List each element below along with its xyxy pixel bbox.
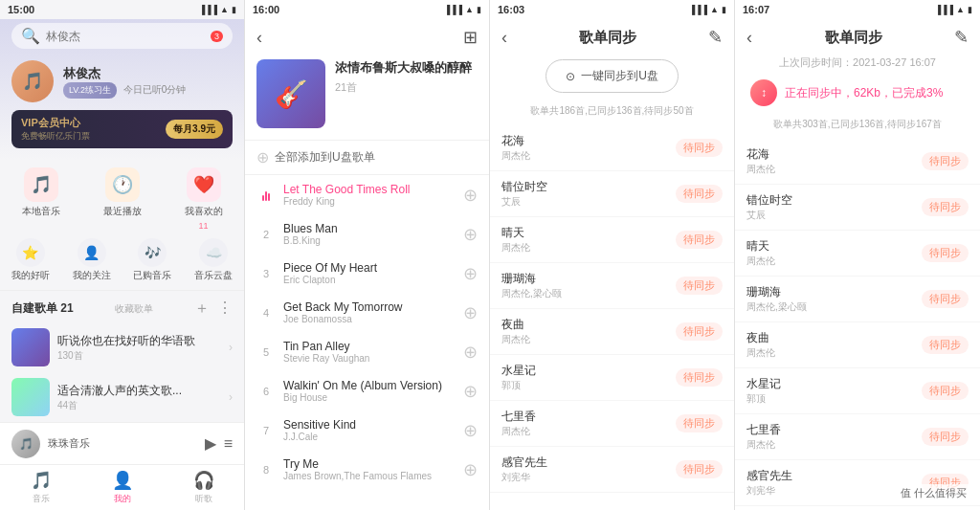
nav-listen[interactable]: 🎧 听歌 bbox=[193, 466, 214, 509]
list-item[interactable]: Let The Good Times Roll Freddy King ⊕ bbox=[245, 175, 489, 214]
sync-active-stats: 歌单共303首,已同步136首,待同步167首 bbox=[735, 114, 980, 139]
recent-play-item[interactable]: 🕐 最近播放 bbox=[103, 167, 142, 231]
sync-usb-button[interactable]: ⊙ 一键同步到U盘 bbox=[546, 59, 679, 93]
list-item[interactable]: 夜曲 周杰伦 待同步 bbox=[735, 322, 980, 368]
vip-banner[interactable]: VIP会员中心 免费畅听亿乐门票 每月3.9元 bbox=[11, 110, 233, 148]
song-info: Blues Man B.B.King bbox=[283, 222, 456, 246]
nav-music[interactable]: 🎵 音乐 bbox=[31, 466, 52, 509]
more-options-button[interactable]: ⊞ bbox=[463, 27, 478, 48]
search-input[interactable] bbox=[46, 30, 205, 43]
list-item[interactable]: 6 Walkin' On Me (Album Version) Big Hous… bbox=[245, 371, 489, 410]
play-button[interactable]: ▶ bbox=[205, 434, 216, 453]
sync-active-icon: ↕ bbox=[750, 79, 777, 106]
sync-edit-button[interactable]: ✎ bbox=[708, 27, 723, 48]
list-item[interactable]: 晴天 周杰伦 待同步 bbox=[735, 231, 980, 277]
sync-edit-button[interactable]: ✎ bbox=[954, 27, 969, 48]
sync-action-button[interactable]: 待同步 bbox=[676, 185, 723, 203]
add-song-button[interactable]: ⊕ bbox=[463, 224, 478, 245]
sync-action-button[interactable]: 待同步 bbox=[676, 368, 723, 387]
list-item[interactable]: 3 Piece Of My Heart Eric Clapton ⊕ bbox=[245, 254, 489, 293]
song-artist: James Brown,The Famous Flames bbox=[283, 471, 456, 481]
favorites-item[interactable]: ❤️ 我喜欢的 11 bbox=[185, 167, 223, 231]
sync-item-info: 花海 周杰伦 bbox=[501, 133, 676, 163]
list-item[interactable]: 错位时空 艾辰 待同步 bbox=[735, 185, 980, 231]
sync-action-button[interactable]: 待同步 bbox=[922, 428, 969, 446]
list-item[interactable]: 错位时空 艾辰 待同步 bbox=[490, 171, 734, 217]
cloud-item[interactable]: ☁️ 音乐云盘 bbox=[194, 238, 233, 282]
add-song-button[interactable]: ⊕ bbox=[463, 342, 478, 363]
list-item[interactable]: 8 Try Me James Brown,The Famous Flames ⊕ bbox=[245, 450, 489, 489]
sync-action-button[interactable]: 待同步 bbox=[922, 474, 969, 492]
song-artist: Freddy King bbox=[283, 196, 456, 207]
list-item[interactable]: 2 Blues Man B.B.King ⊕ bbox=[245, 214, 489, 254]
search-bar[interactable]: 🔍 3 bbox=[11, 23, 233, 49]
sync-action-button[interactable]: 待同步 bbox=[922, 336, 969, 354]
p1-header: 🔍 3 🎵 林俊杰 LV.2练习生 今日已听0分钟 VIP会员中心 免费畅听亿乐… bbox=[0, 19, 244, 160]
add-song-button[interactable]: ⊕ bbox=[463, 420, 478, 441]
add-song-button[interactable]: ⊕ bbox=[463, 185, 478, 206]
list-item[interactable]: 花海 周杰伦 待同步 bbox=[490, 125, 734, 171]
list-item[interactable]: 7 Sensitive Kind J.J.Cale ⊕ bbox=[245, 410, 489, 450]
playlist-button[interactable]: ≡ bbox=[224, 435, 233, 453]
my-favorites-item[interactable]: ⭐ 我的好听 bbox=[11, 238, 50, 282]
list-item[interactable]: 感官先生 刘宪华 待同步 bbox=[735, 460, 980, 506]
sync-item-info: 夜曲 周杰伦 bbox=[746, 330, 922, 360]
sync-action-button[interactable]: 待同步 bbox=[676, 414, 723, 432]
list-item[interactable]: 4 Get Back My Tomorrow Joe Bonamossa ⊕ bbox=[245, 293, 489, 332]
sync-action-button[interactable]: 待同步 bbox=[676, 277, 723, 295]
list-item[interactable]: 夜曲 周杰伦 待同步 bbox=[490, 309, 734, 355]
battery-icon: ▮ bbox=[477, 5, 481, 14]
add-song-button[interactable]: ⊕ bbox=[463, 381, 478, 402]
add-song-button[interactable]: ⊕ bbox=[463, 459, 478, 480]
song-title: Piece Of My Heart bbox=[283, 261, 456, 275]
sync-action-button[interactable]: 待同步 bbox=[922, 152, 969, 170]
sync-item-artist: 周杰伦 bbox=[501, 425, 676, 438]
purchased-item[interactable]: 🎶 已购音乐 bbox=[133, 238, 171, 282]
follow-label: 我的关注 bbox=[73, 269, 111, 282]
list-item[interactable]: 听说你也在找好听的华语歌 130首 › bbox=[0, 322, 244, 372]
sync-action-button[interactable]: 待同步 bbox=[676, 322, 723, 341]
more-playlist-button[interactable]: ⋮ bbox=[217, 299, 233, 319]
sync-action-button[interactable]: 待同步 bbox=[676, 139, 723, 157]
list-item[interactable]: 感官先生 刘宪华 待同步 bbox=[490, 447, 734, 493]
wifi-icon: ▲ bbox=[220, 5, 229, 14]
main-func-row: 🎵 本地音乐 🕐 最近播放 ❤️ 我喜欢的 11 bbox=[0, 160, 244, 234]
list-item[interactable]: 水星记 郭顶 待同步 bbox=[490, 355, 734, 401]
list-item[interactable]: 5 Tin Pan Alley Stevie Ray Vaughan ⊕ bbox=[245, 332, 489, 371]
mini-player-title: 珠珠音乐 bbox=[48, 436, 197, 451]
add-all-button[interactable]: ⊕ 全部添加到U盘歌单 bbox=[245, 140, 489, 175]
list-item[interactable]: 花海 周杰伦 待同步 bbox=[735, 139, 980, 185]
list-item[interactable]: 晴天 周杰伦 待同步 bbox=[490, 217, 734, 263]
playlist-info: 适合清澈人声的英文歌... 44首 bbox=[57, 383, 221, 412]
vip-subscribe-button[interactable]: 每月3.9元 bbox=[166, 120, 223, 139]
follow-item[interactable]: 👤 我的关注 bbox=[73, 238, 111, 282]
sync-action-button[interactable]: 待同步 bbox=[922, 198, 969, 216]
sync-action-button[interactable]: 待同步 bbox=[922, 244, 969, 262]
list-item[interactable]: 珊瑚海 周杰伦,梁心颐 待同步 bbox=[735, 277, 980, 322]
add-song-button[interactable]: ⊕ bbox=[463, 263, 478, 284]
list-item[interactable]: 适合清澈人声的英文歌... 44首 › bbox=[0, 372, 244, 422]
sync-item-info: 感官先生 刘宪华 bbox=[501, 455, 676, 484]
song-number: 2 bbox=[256, 229, 276, 240]
sync-item-artist: 艾辰 bbox=[501, 195, 676, 209]
add-playlist-button[interactable]: ＋ bbox=[194, 299, 210, 319]
avatar[interactable]: 🎵 bbox=[11, 60, 54, 102]
mini-player[interactable]: 🎵 珠珠音乐 ▶ ≡ bbox=[0, 422, 244, 464]
sync-action-button[interactable]: 待同步 bbox=[676, 231, 723, 249]
song-number: 3 bbox=[256, 268, 276, 279]
song-number bbox=[256, 189, 276, 201]
sync-action-button[interactable]: 待同步 bbox=[676, 460, 723, 478]
local-music-item[interactable]: 🎵 本地音乐 bbox=[22, 167, 60, 231]
sync-action-button[interactable]: 待同步 bbox=[922, 290, 969, 308]
back-button[interactable]: ‹ bbox=[256, 28, 262, 48]
list-item[interactable]: 水星记 郭顶 待同步 bbox=[735, 368, 980, 414]
sync-action-button[interactable]: 待同步 bbox=[922, 382, 969, 400]
signal-icon: ▐▐▐ bbox=[199, 5, 217, 14]
list-item[interactable]: 珊瑚海 周杰伦,梁心颐 待同步 bbox=[490, 263, 734, 309]
music-nav-label: 音乐 bbox=[33, 493, 50, 505]
list-item[interactable]: 七里香 周杰伦 待同步 bbox=[735, 414, 980, 460]
nav-mine[interactable]: 👤 我的 bbox=[112, 466, 133, 509]
list-item[interactable]: 七里香 周杰伦 待同步 bbox=[490, 401, 734, 447]
add-circle-icon: ⊕ bbox=[256, 148, 269, 166]
add-song-button[interactable]: ⊕ bbox=[463, 302, 478, 323]
